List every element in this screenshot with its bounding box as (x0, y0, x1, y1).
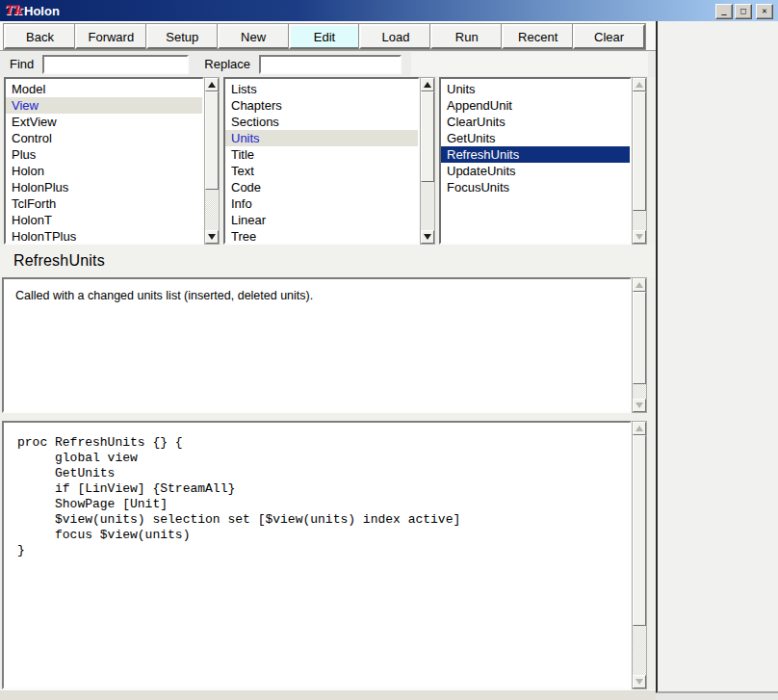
findbar-filler (411, 52, 648, 76)
scroll-thumb[interactable] (633, 91, 646, 211)
maximize-button[interactable]: □ (735, 4, 752, 19)
list-item[interactable]: GetUnits (441, 130, 630, 146)
list-item[interactable]: Info (225, 195, 418, 212)
description-text: Called with a changed units list (insert… (4, 279, 630, 312)
list-item[interactable]: HolonT (6, 212, 202, 228)
toolbar-button[interactable]: Back (4, 24, 76, 49)
code-scrollbar[interactable] (632, 421, 647, 689)
list-item[interactable]: TclForth (6, 195, 202, 212)
toolbar-button[interactable]: Clear (573, 24, 645, 49)
list-item[interactable]: Units (441, 81, 630, 97)
toolbar-button[interactable]: Edit (289, 24, 361, 49)
list-item[interactable]: Units (225, 130, 418, 146)
list-item[interactable]: Control (6, 130, 202, 146)
unit-heading-row: RefreshUnits (0, 245, 656, 277)
toolbar-button[interactable]: Recent (502, 24, 574, 49)
list-item[interactable]: ClearUnits (441, 114, 630, 130)
tk-logo-icon: Tk (4, 3, 20, 18)
scroll-up-icon[interactable] (633, 78, 646, 91)
scroll-up-icon[interactable] (633, 422, 646, 435)
minimize-button[interactable]: _ (715, 4, 733, 19)
toolbar: BackForwardSetupNewEditLoadRunRecentClea… (4, 24, 644, 49)
code-line: GetUnits (17, 466, 630, 481)
find-label: Find (10, 57, 34, 71)
list-item[interactable]: FocusUnits (441, 179, 630, 195)
code-text: proc RefreshUnits {} { global view GetUn… (4, 423, 630, 558)
list-item[interactable]: Text (225, 163, 418, 179)
title-bar[interactable]: Tk Holon _ □ ✕ (0, 0, 778, 21)
list-item[interactable]: AppendUnit (441, 97, 630, 114)
scroll-up-icon[interactable] (633, 278, 646, 292)
toolbar-row: BackForwardSetupNewEditLoadRunRecentClea… (0, 21, 656, 51)
scroll-down-icon[interactable] (421, 230, 434, 244)
list-item[interactable]: Sections (225, 114, 418, 130)
list-item[interactable]: HolonTPlus (6, 228, 202, 245)
modules-scrollbar[interactable] (204, 77, 220, 245)
window-title: Holon (24, 4, 60, 18)
list-item[interactable]: Title (225, 146, 418, 163)
window-controls: _ □ ✕ (715, 4, 773, 19)
right-empty-panel (656, 21, 778, 693)
scroll-down-icon[interactable] (633, 675, 646, 688)
modules-listbox[interactable]: ModelViewExtViewControlPlusHolonHolonPlu… (4, 77, 204, 245)
list-item[interactable]: HolonPlus (6, 179, 202, 195)
replace-label: Replace (204, 57, 250, 71)
list-item[interactable]: Lists (225, 81, 418, 97)
scroll-down-icon[interactable] (633, 399, 646, 412)
scroll-down-icon[interactable] (205, 230, 219, 244)
code-line: $view(units) selection set [$view(units)… (17, 512, 630, 528)
unit-heading: RefreshUnits (13, 252, 105, 270)
toolbar-button[interactable]: Load (359, 24, 431, 49)
bottom-strip (0, 689, 656, 700)
list-item[interactable]: RefreshUnits (441, 146, 630, 163)
scroll-up-icon[interactable] (205, 78, 219, 91)
code-line: ShowPage [Unit] (17, 497, 630, 512)
list-item[interactable]: Linear (225, 212, 418, 228)
description-panel[interactable]: Called with a changed units list (insert… (2, 277, 632, 413)
sections-scrollbar[interactable] (420, 77, 435, 245)
main-panel: BackForwardSetupNewEditLoadRunRecentClea… (0, 21, 656, 700)
units-scrollbar[interactable] (632, 77, 647, 245)
toolbar-button[interactable]: New (218, 24, 290, 49)
list-item[interactable]: Code (225, 179, 418, 195)
code-line: global view (17, 451, 630, 466)
find-replace-bar: Find Replace (0, 51, 656, 77)
find-input[interactable] (42, 55, 189, 74)
replace-input[interactable] (259, 55, 402, 74)
list-item[interactable]: Plus (6, 146, 202, 163)
scroll-thumb[interactable] (205, 91, 219, 190)
toolbar-button[interactable]: Run (430, 24, 503, 49)
code-line: } (17, 543, 630, 558)
scroll-down-icon[interactable] (633, 230, 646, 244)
description-scrollbar[interactable] (632, 277, 647, 413)
scroll-thumb[interactable] (633, 292, 646, 384)
scroll-thumb[interactable] (633, 435, 646, 626)
toolbar-button[interactable]: Forward (75, 24, 147, 49)
list-item[interactable]: Holon (6, 163, 202, 179)
browser-lists: ModelViewExtViewControlPlusHolonHolonPlu… (0, 77, 656, 245)
code-line: if [LinView] {StreamAll} (17, 481, 630, 497)
list-item[interactable]: Tree (225, 228, 418, 245)
sections-listbox[interactable]: ListsChaptersSectionsUnitsTitleTextCodeI… (223, 77, 420, 245)
list-item[interactable]: Chapters (225, 97, 418, 114)
list-item[interactable]: Model (6, 81, 202, 97)
close-button[interactable]: ✕ (756, 4, 773, 19)
scroll-up-icon[interactable] (421, 78, 434, 91)
code-line: focus $view(units) (17, 528, 630, 543)
code-panel[interactable]: proc RefreshUnits {} { global view GetUn… (2, 421, 632, 689)
code-line: proc RefreshUnits {} { (17, 435, 630, 451)
units-listbox[interactable]: UnitsAppendUnitClearUnitsGetUnitsRefresh… (439, 77, 632, 245)
toolbar-button[interactable]: Setup (146, 24, 219, 49)
scroll-thumb[interactable] (421, 91, 434, 182)
list-item[interactable]: ExtView (6, 114, 202, 130)
list-item[interactable]: UpdateUnits (441, 163, 630, 179)
list-item[interactable]: View (6, 97, 202, 114)
